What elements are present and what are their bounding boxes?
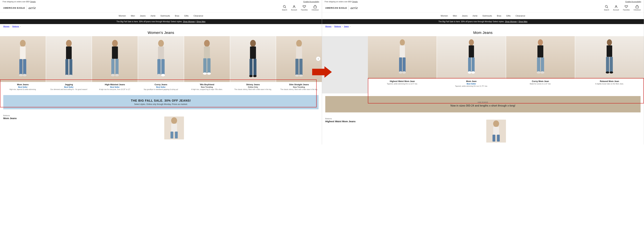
nav-clearance-left[interactable]: Clearance	[194, 14, 203, 17]
account-button-right[interactable]: Account	[613, 5, 619, 11]
nav-bras-right[interactable]: Bras	[497, 14, 501, 17]
model-figure-2	[46, 36, 92, 82]
product-badge-mom-jean-r: Best Seller	[438, 83, 504, 85]
svg-rect-12	[66, 59, 68, 76]
product-item-highest-waist[interactable]: Highest Waist Mom Jean Tapered, ankle-sk…	[368, 36, 436, 89]
nav-women-right[interactable]: Women	[440, 14, 448, 17]
nav-swimsuits-right[interactable]: Swimsuits	[482, 14, 492, 17]
section-title-right[interactable]: Highest Waist Mom Jeans	[325, 120, 483, 123]
svg-point-65	[471, 71, 475, 74]
product-item-boyfriend[interactable]: '90s Boyfriend Now Trending A high rise,…	[184, 36, 230, 93]
product-desc-mom-jeans: High-rise, tapered & ankle-skimming.	[1, 88, 44, 91]
details-link-right[interactable]: Details	[352, 1, 358, 2]
product-item-curvy[interactable]: Curvy Jeans Best Seller Say goodbye to w…	[138, 36, 184, 93]
svg-point-72	[607, 39, 612, 45]
nav-bras-left[interactable]: Bras	[175, 14, 179, 17]
svg-rect-62	[468, 57, 471, 72]
shop-men-link-right[interactable]: Shop Men	[518, 20, 528, 23]
promo-subtitle-left: Select styles. Online only through Monda…	[7, 103, 314, 105]
svg-rect-61	[469, 45, 474, 57]
product-item-mom-jean-r[interactable]: Mom Jean Best Seller Tapered, ankle-skim…	[437, 36, 506, 89]
shop-men-link-left[interactable]: Shop Men	[196, 20, 206, 23]
search-button-left[interactable]: Search	[282, 5, 287, 11]
breadcrumb-jeans-right[interactable]: Jeans	[344, 25, 349, 27]
bottom-item-left[interactable]	[164, 117, 184, 139]
svg-rect-37	[254, 59, 256, 76]
svg-rect-43	[299, 59, 302, 75]
product-image-jegging	[46, 36, 92, 82]
nav-jeans-left[interactable]: Jeans	[140, 14, 146, 17]
logo-aerie-left: aerie	[28, 6, 36, 10]
shop-women-link-right[interactable]: Shop Women	[505, 20, 517, 23]
search-button-right[interactable]: Search	[604, 5, 609, 11]
favorites-button-left[interactable]: Favorites	[301, 5, 308, 11]
svg-rect-18	[111, 59, 114, 75]
svg-point-21	[115, 74, 119, 76]
svg-rect-80	[492, 135, 495, 141]
product-item-relaxed-mom[interactable]: Relaxed Mom Jean A slightly looser take …	[575, 36, 644, 89]
favorites-button-right[interactable]: Favorites	[623, 5, 630, 11]
breadcrumb-women-right[interactable]: Women	[325, 25, 332, 27]
nav-gifts-right[interactable]: Gifts	[506, 14, 511, 17]
nav-jeans-right[interactable]: Jeans	[462, 14, 468, 17]
shipping-text-right: Free shipping on orders over $50! Detail…	[324, 1, 358, 2]
model-figure-7	[276, 36, 322, 82]
favorites-icon-right	[624, 5, 628, 8]
checkout-button-right[interactable]: Checkout	[634, 5, 640, 11]
shop-women-link-left[interactable]: Shop Women	[183, 20, 195, 23]
product-name-highest-waist: Highest Waist Mom Jean	[369, 80, 435, 83]
account-button-left[interactable]: Account	[291, 5, 297, 11]
nav-men-left[interactable]: Men	[131, 14, 135, 17]
promo-hashtag-right: #AEJEANS	[329, 101, 636, 103]
svg-point-52	[616, 5, 616, 7]
svg-rect-31	[207, 58, 210, 73]
promo-main-right: Now in sizes 000-24 and lengths x-short …	[329, 104, 636, 107]
product-item-mom-jeans[interactable]: Mom Jeans Best Seller High-rise, tapered…	[0, 36, 46, 93]
svg-rect-41	[296, 46, 302, 59]
section-right-right	[483, 118, 641, 144]
model-figure-6	[230, 36, 276, 82]
page-wrapper: Free shipping on orders over $50! Detail…	[0, 0, 644, 144]
model-figure-3	[92, 36, 138, 82]
svg-point-54	[400, 39, 405, 45]
breadcrumb-women-left[interactable]: Women	[3, 25, 10, 27]
details-link-left[interactable]: Details	[30, 1, 36, 2]
section-title-mom-jeans-left[interactable]: Mom Jeans	[3, 117, 161, 120]
svg-point-77	[610, 72, 613, 74]
page-title-right: Mom Jeans	[322, 29, 644, 36]
section-row-right: Bottoms Highest Waist Mom Jeans	[322, 115, 644, 144]
bottom-item-right[interactable]	[486, 120, 506, 142]
carousel-next-arrow[interactable]: ›	[316, 56, 320, 61]
svg-point-33	[207, 73, 211, 75]
product-item-slim-straight[interactable]: Slim Straight Jeans Now Trending The cla…	[276, 36, 322, 93]
product-item-high-waisted[interactable]: High-Waisted Jeans Best Seller A high ri…	[92, 36, 138, 93]
svg-rect-81	[497, 135, 500, 141]
logo-ae-left: AMERICAN EAGLE	[3, 7, 25, 9]
svg-point-44	[295, 74, 299, 77]
svg-rect-53	[636, 6, 638, 8]
bottom-grid-right	[483, 118, 641, 144]
accessibility-link-left[interactable]: Enable Accessibility	[303, 1, 319, 2]
breadcrumb-bottoms-right[interactable]: Bottoms	[334, 25, 341, 27]
nav-clearance-right[interactable]: Clearance	[516, 14, 525, 17]
nav-women-left[interactable]: Women	[118, 14, 126, 17]
product-image-highest-waist	[368, 36, 436, 79]
product-item-jegging[interactable]: Jegging Best Seller Our slimmest and bes…	[46, 36, 92, 93]
nav-aerie-right[interactable]: Aerie	[472, 14, 478, 17]
product-section-right: Highest Waist Mom Jean Tapered, ankle-sk…	[322, 36, 644, 93]
nav-men-right[interactable]: Men	[453, 14, 457, 17]
checkout-button-left[interactable]: Checkout	[312, 5, 318, 11]
accessibility-link-right[interactable]: Enable Accessibility	[625, 1, 641, 2]
product-image-high-waisted	[92, 36, 138, 82]
nav-swimsuits-left[interactable]: Swimsuits	[160, 14, 170, 17]
svg-rect-74	[606, 57, 609, 72]
nav-gifts-left[interactable]: Gifts	[184, 14, 189, 17]
nav-aerie-left[interactable]: Aerie	[150, 14, 156, 17]
product-image-curvy-mom	[506, 36, 575, 79]
product-item-curvy-mom[interactable]: Curvy Mom Jean Made for curves in a 13" …	[506, 36, 575, 89]
svg-point-10	[66, 40, 72, 47]
product-item-skinny[interactable]: Skinny Jeans Online Only The classic ski…	[230, 36, 276, 93]
breadcrumb-bottoms-left[interactable]: Bottoms	[12, 25, 19, 27]
product-info-curvy-mom: Curvy Mom Jean Made for curves in a 13" …	[506, 79, 575, 87]
svg-point-2	[294, 5, 294, 7]
